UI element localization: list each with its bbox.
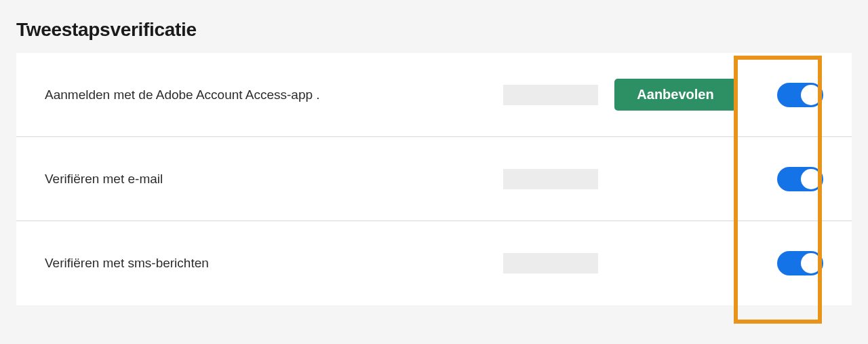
setting-row-label: Verifiëren met sms-berichten (45, 256, 503, 271)
setting-row-app-access: Aanmelden met de Adobe Account Access-ap… (16, 53, 852, 137)
setting-row-sms: Verifiëren met sms-berichten (16, 221, 852, 305)
masked-value-box (503, 169, 598, 189)
recommended-badge: Aanbevolen (614, 79, 736, 111)
settings-card: Aanmelden met de Adobe Account Access-ap… (16, 53, 852, 305)
section-title: Tweestapsverificatie (16, 19, 852, 41)
toggle-app-access[interactable] (777, 83, 823, 107)
masked-value-box (503, 253, 598, 273)
masked-value-box (503, 85, 598, 105)
setting-row-label: Verifiëren met e-mail (45, 172, 503, 187)
setting-row-email: Verifiëren met e-mail (16, 137, 852, 221)
row-right-cluster: Aanbevolen (503, 79, 823, 111)
setting-row-label: Aanmelden met de Adobe Account Access-ap… (45, 88, 503, 102)
toggle-sms[interactable] (777, 251, 823, 275)
two-step-verification-section: Tweestapsverificatie Aanmelden met de Ad… (0, 0, 868, 305)
toggle-email[interactable] (777, 167, 823, 191)
row-right-cluster (503, 167, 823, 191)
row-right-cluster (503, 251, 823, 275)
